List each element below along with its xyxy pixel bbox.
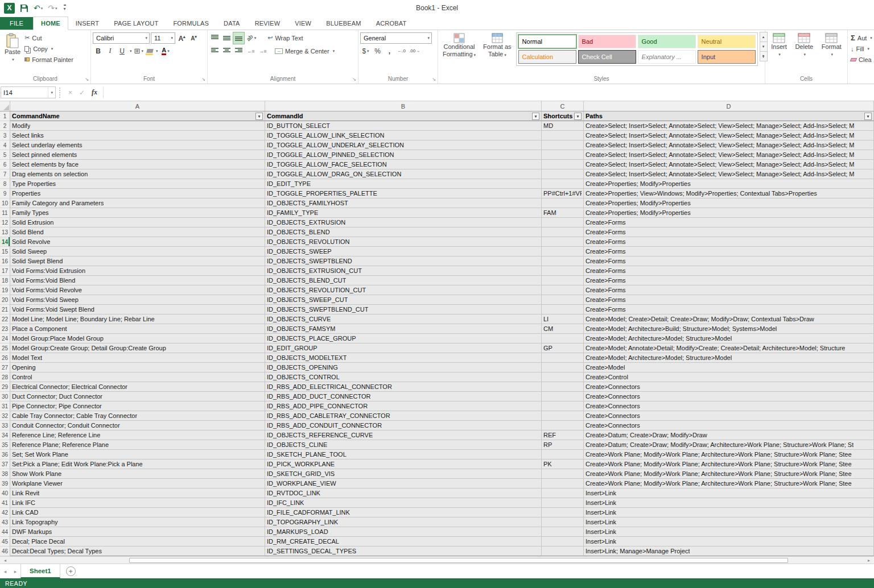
format-painter-button[interactable]: Format Painter [23, 54, 75, 65]
cell[interactable]: PP#Ctrl+1#VP [542, 189, 584, 198]
borders-button[interactable]: ⊞▾ [133, 45, 145, 57]
cell[interactable]: Duct Connector; Duct Connector [10, 392, 265, 401]
cell[interactable]: ID_MARKUPS_LOAD [265, 527, 542, 537]
cell[interactable]: Create>Select; Insert>Select; Annotate>S… [584, 160, 874, 169]
row-header-24[interactable]: 24 [0, 334, 10, 343]
cell[interactable]: Decal; Place Decal [10, 537, 265, 546]
filter-button[interactable]: ▾ [255, 113, 263, 120]
cell[interactable]: ID_TOGGLE_ALLOW_UNDERLAY_SELECTION [265, 140, 542, 150]
cell[interactable]: Solid Swept Blend [10, 256, 265, 266]
cell[interactable]: Create>Connectors [584, 401, 874, 411]
cell[interactable] [542, 131, 584, 140]
percent-style-button[interactable]: % [372, 45, 383, 57]
cell[interactable]: Create>Properties; View>Windows; Modify>… [584, 189, 874, 198]
cell[interactable]: ID_WORKPLANE_VIEW [265, 479, 542, 488]
row-header-22[interactable]: 22 [0, 314, 10, 324]
formula-input[interactable] [103, 86, 873, 98]
cell[interactable]: ID_OBJECTS_SWEEP [265, 247, 542, 256]
underline-options-caret[interactable]: ▾ [130, 49, 132, 53]
cell[interactable]: Insert>Link [584, 508, 874, 517]
cell[interactable]: ID_EDIT_GROUP [265, 343, 542, 353]
cell[interactable]: Model Group:Place Model Group [10, 334, 265, 343]
align-left-button[interactable] [209, 45, 220, 57]
cell[interactable]: ID_SKETCH_PLANE_TOOL [265, 450, 542, 459]
cell[interactable] [542, 247, 584, 256]
ribbon-tab-view[interactable]: VIEW [287, 17, 319, 30]
row-header-25[interactable]: 25 [0, 343, 10, 353]
cell[interactable]: Create>Model; Architecture>Model; Struct… [584, 353, 874, 363]
italic-button[interactable]: I [105, 45, 116, 57]
comma-style-button[interactable]: , [384, 45, 395, 57]
cell[interactable]: Select pinned elements [10, 150, 265, 160]
cell[interactable]: ID_RBS_ADD_CABLETRAY_CONNECTOR [265, 411, 542, 421]
cell[interactable]: Create>Work Plane; Modify>Work Plane; Ar… [584, 459, 874, 469]
cell[interactable]: Select elements by face [10, 160, 265, 169]
row-header-43[interactable]: 43 [0, 517, 10, 527]
scrollbar-thumb[interactable] [129, 558, 788, 563]
cell[interactable]: PK [542, 459, 584, 469]
row-header-10[interactable]: 10 [0, 198, 10, 208]
underline-button[interactable]: U [117, 45, 127, 57]
copy-button[interactable]: Copy▾ [23, 43, 75, 54]
cell[interactable] [542, 169, 584, 179]
cell[interactable] [542, 401, 584, 411]
font-color-button[interactable]: A▾ [160, 45, 171, 57]
cell[interactable]: Void Forms:Void Sweep [10, 295, 265, 305]
cell-style-check-cell[interactable]: Check Cell [578, 50, 636, 64]
row-header-39[interactable]: 39 [0, 479, 10, 488]
column-header-c[interactable]: C [542, 101, 584, 111]
autosum-button[interactable]: ΣAut▾ [850, 32, 873, 43]
clear-button[interactable]: Clea [850, 54, 873, 65]
cell[interactable]: ID_OBJECTS_BLEND_CUT [265, 276, 542, 285]
cell[interactable]: ID_BUTTON_SELECT [265, 121, 542, 131]
number-dialog-launcher[interactable]: ↘ [432, 77, 436, 82]
cell[interactable]: Create>Work Plane; Modify>Work Plane; Ar… [584, 450, 874, 459]
cell-style-calculation[interactable]: Calculation [518, 50, 576, 64]
cancel-button[interactable]: × [65, 89, 76, 97]
undo-button[interactable]: ↶▾ [34, 4, 43, 12]
cell[interactable] [542, 256, 584, 266]
row-header-27[interactable]: 27 [0, 363, 10, 372]
accounting-format-button[interactable]: $▾ [360, 45, 371, 57]
cell[interactable]: Insert>Link [584, 517, 874, 527]
cell[interactable] [542, 140, 584, 150]
sheet-tab-sheet1[interactable]: Sheet1 [20, 564, 60, 578]
cell[interactable] [542, 479, 584, 488]
ribbon-tab-formulas[interactable]: FORMULAS [166, 17, 216, 30]
cell[interactable]: Drag elements on selection [10, 169, 265, 179]
cell-style-input[interactable]: Input [698, 50, 756, 64]
row-header-38[interactable]: 38 [0, 469, 10, 479]
cell[interactable]: ID_TOGGLE_ALLOW_FACE_SELECTION [265, 160, 542, 169]
cell[interactable] [542, 546, 584, 556]
sheet-nav-next-icon[interactable]: ▸ [10, 564, 20, 578]
row-header-1[interactable]: 1 [0, 111, 10, 121]
row-header-15[interactable]: 15 [0, 247, 10, 256]
cell[interactable] [542, 392, 584, 401]
ribbon-tab-insert[interactable]: INSERT [68, 17, 106, 30]
cell[interactable]: Link Revit [10, 488, 265, 498]
cell[interactable]: DWF Markups [10, 527, 265, 537]
cell[interactable]: Create>Work Plane; Modify>Work Plane; Ar… [584, 469, 874, 479]
cell[interactable] [542, 266, 584, 276]
cell[interactable]: Reference Plane; Reference Plane [10, 440, 265, 450]
cell[interactable]: Properties [10, 189, 265, 198]
cell[interactable]: ID_OBJECTS_BLEND [265, 227, 542, 237]
conditional-formatting-button[interactable]: Conditional Formatting▾ [440, 31, 479, 59]
customize-qat-button[interactable]: ▾ [64, 5, 66, 11]
cell[interactable] [542, 353, 584, 363]
cell[interactable]: Create>Model; Create>Detail; Create>Draw… [584, 314, 874, 324]
cell[interactable]: Electrical Connector; Electrical Connect… [10, 382, 265, 392]
cell[interactable]: Create>Model; Architecture>Model; Struct… [584, 334, 874, 343]
cell[interactable]: Void Forms:Void Extrusion [10, 266, 265, 276]
ribbon-tab-review[interactable]: REVIEW [248, 17, 288, 30]
name-box-splitter[interactable] [59, 88, 63, 98]
cell[interactable]: ID_OBJECTS_FAMILYHOST [265, 198, 542, 208]
cell[interactable]: LI [542, 314, 584, 324]
cell[interactable]: Create>Select; Insert>Select; Annotate>S… [584, 140, 874, 150]
cell[interactable]: Create>Forms [584, 305, 874, 314]
cell[interactable]: Insert>Link; Manage>Manage Project [584, 546, 874, 556]
scrollbar-track[interactable] [9, 557, 865, 564]
cell[interactable] [542, 285, 584, 295]
row-header-7[interactable]: 7 [0, 169, 10, 179]
cell[interactable]: Insert>Link [584, 488, 874, 498]
